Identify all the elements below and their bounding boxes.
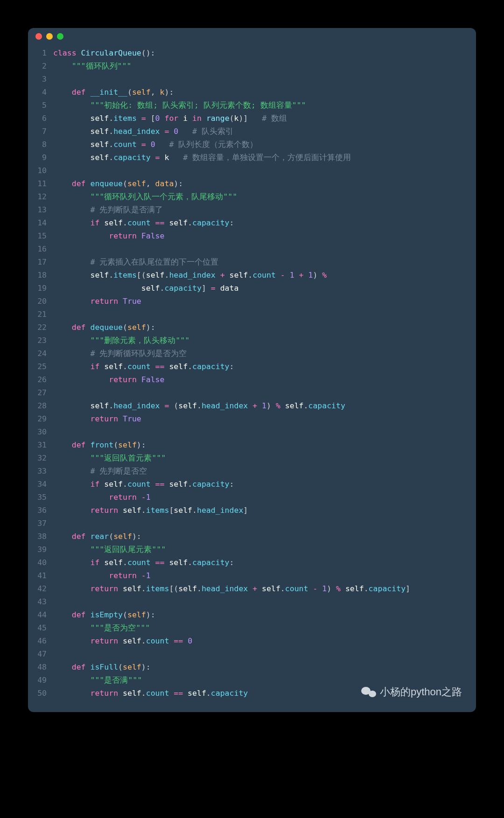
window-titlebar — [28, 28, 476, 45]
code-line: 6 self.items = [0 for i in range(k)] # 数… — [28, 112, 476, 125]
line-number: 36 — [28, 504, 53, 517]
code-line: 15 return False — [28, 230, 476, 243]
line-number: 3 — [28, 73, 53, 86]
code-line: 14 if self.count == self.capacity: — [28, 217, 476, 230]
line-content: # 先判断队是否满了 — [53, 203, 163, 217]
line-content: self.items[(self.head_index + self.count… — [53, 269, 327, 282]
line-number: 39 — [28, 543, 53, 556]
code-line: 43 — [28, 595, 476, 608]
line-content: def isFull(self): — [53, 661, 151, 674]
line-content: def __init__(self, k): — [53, 86, 174, 99]
line-number: 13 — [28, 203, 53, 217]
line-number: 19 — [28, 282, 53, 295]
code-line: 27 — [28, 386, 476, 399]
code-line: 39 """返回队尾元素""" — [28, 543, 476, 556]
line-content: return False — [53, 230, 164, 243]
code-line: 38 def rear(self): — [28, 530, 476, 543]
watermark: 小杨的python之路 — [361, 685, 462, 699]
line-number: 11 — [28, 177, 53, 190]
code-line: 7 self.head_index = 0 # 队头索引 — [28, 125, 476, 138]
line-number: 46 — [28, 635, 53, 648]
line-content: return self.count == self.capacity — [53, 687, 248, 700]
line-content: if self.count == self.capacity: — [53, 478, 234, 491]
code-line: 21 — [28, 308, 476, 321]
line-number: 21 — [28, 308, 53, 321]
line-content: self.head_index = 0 # 队头索引 — [53, 125, 233, 138]
line-number: 49 — [28, 674, 53, 687]
maximize-icon[interactable] — [57, 33, 63, 40]
line-number: 33 — [28, 465, 53, 478]
code-line: 45 """是否为空""" — [28, 622, 476, 635]
code-line: 10 — [28, 164, 476, 177]
code-line: 26 return False — [28, 373, 476, 386]
code-line: 46 return self.count == 0 — [28, 635, 476, 648]
code-line: 41 return -1 — [28, 569, 476, 582]
line-content: return -1 — [53, 569, 151, 582]
code-line: 35 return -1 — [28, 491, 476, 504]
code-line: 3 — [28, 73, 476, 86]
code-line: 48 def isFull(self): — [28, 661, 476, 674]
line-number: 9 — [28, 151, 53, 164]
line-content: return self.items[(self.head_index + sel… — [53, 582, 410, 595]
line-content: self.head_index = (self.head_index + 1) … — [53, 399, 345, 412]
line-content: self.capacity = k # 数组容量，单独设置一个，方便后面计算使用 — [53, 151, 351, 164]
line-number: 20 — [28, 295, 53, 308]
line-number: 26 — [28, 373, 53, 386]
line-number: 41 — [28, 569, 53, 582]
line-content: """循环队列""" — [53, 60, 131, 73]
line-content: return self.count == 0 — [53, 635, 192, 648]
code-line: 18 self.items[(self.head_index + self.co… — [28, 269, 476, 282]
watermark-text: 小杨的python之路 — [380, 685, 462, 699]
line-content: # 先判断是否空 — [53, 465, 147, 478]
line-number: 45 — [28, 622, 53, 635]
line-content: """是否满""" — [53, 674, 142, 687]
line-content: return True — [53, 412, 141, 426]
code-line: 8 self.count = 0 # 队列长度（元素个数） — [28, 138, 476, 151]
close-icon[interactable] — [35, 33, 42, 40]
line-content: # 先判断循环队列是否为空 — [53, 347, 187, 360]
minimize-icon[interactable] — [46, 33, 53, 40]
line-number: 22 — [28, 321, 53, 334]
line-content: """返回队首元素""" — [53, 452, 166, 465]
code-line: 19 self.capacity] = data — [28, 282, 476, 295]
code-line: 42 return self.items[(self.head_index + … — [28, 582, 476, 595]
line-content: self.capacity] = data — [53, 282, 238, 295]
code-line: 24 # 先判断循环队列是否为空 — [28, 347, 476, 360]
code-line: 44 def isEmpty(self): — [28, 608, 476, 622]
line-number: 24 — [28, 347, 53, 360]
line-number: 31 — [28, 439, 53, 452]
line-number: 34 — [28, 478, 53, 491]
line-content: class CircularQueue(): — [53, 47, 155, 60]
line-number: 7 — [28, 125, 53, 138]
line-number: 28 — [28, 399, 53, 412]
line-content: """初始化: 数组; 队头索引; 队列元素个数; 数组容量""" — [53, 99, 306, 112]
code-line: 29 return True — [28, 412, 476, 426]
line-number: 10 — [28, 164, 53, 177]
line-content: return -1 — [53, 491, 151, 504]
line-number: 40 — [28, 556, 53, 569]
code-line: 11 def enqueue(self, data): — [28, 177, 476, 190]
code-editor: 1class CircularQueue():2 """循环队列"""34 de… — [28, 45, 476, 712]
line-number: 25 — [28, 360, 53, 373]
code-line: 32 """返回队首元素""" — [28, 452, 476, 465]
code-line: 22 def dequeue(self): — [28, 321, 476, 334]
line-content: if self.count == self.capacity: — [53, 360, 234, 373]
line-content: """返回队尾元素""" — [53, 543, 166, 556]
code-line: 13 # 先判断队是否满了 — [28, 203, 476, 217]
line-number: 6 — [28, 112, 53, 125]
code-line: 47 — [28, 648, 476, 661]
line-number: 30 — [28, 426, 53, 439]
line-number: 37 — [28, 517, 53, 530]
line-content: self.count = 0 # 队列长度（元素个数） — [53, 138, 258, 151]
line-number: 38 — [28, 530, 53, 543]
code-line: 1class CircularQueue(): — [28, 47, 476, 60]
wechat-icon — [361, 686, 376, 698]
code-line: 16 — [28, 243, 476, 256]
line-content: # 元素插入在队尾位置的下一个位置 — [53, 256, 218, 269]
code-line: 30 — [28, 426, 476, 439]
line-content: def front(self): — [53, 439, 146, 452]
line-content: def isEmpty(self): — [53, 608, 155, 622]
code-line: 20 return True — [28, 295, 476, 308]
line-number: 15 — [28, 230, 53, 243]
code-line: 37 — [28, 517, 476, 530]
